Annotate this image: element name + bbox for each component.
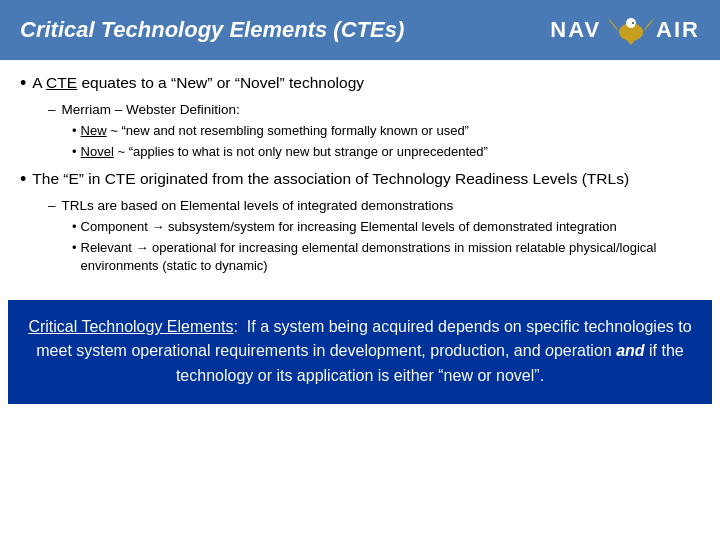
- svg-point-3: [632, 22, 634, 24]
- cte-underline: CTE: [46, 74, 77, 91]
- dash-1: –: [48, 101, 56, 120]
- logo-text2: AIR: [656, 17, 700, 43]
- trl-text: TRLs are based on Elemental levels of in…: [62, 197, 454, 216]
- highlight-box: Critical Technology Elements: If a syste…: [8, 300, 712, 404]
- relevant-item: • Relevant → operational for increasing …: [72, 239, 700, 275]
- navair-eagle-icon: [606, 10, 656, 50]
- relevant-text: Relevant → operational for increasing el…: [81, 239, 700, 275]
- highlight-cte-label: Critical Technology Elements: [28, 318, 233, 335]
- bullet-1-text: A CTE equates to a “New” or “Novel” tech…: [32, 72, 364, 94]
- dash-2: –: [48, 197, 56, 216]
- highlight-text: Critical Technology Elements: If a syste…: [27, 315, 693, 389]
- novel-underline: Novel: [81, 144, 114, 159]
- highlight-and: and: [616, 342, 644, 359]
- novel-text: Novel ~ “applies to what is not only new…: [81, 143, 488, 161]
- sub-sub-bullets-1: • New ~ “new and not resembling somethin…: [72, 122, 700, 161]
- svg-point-2: [626, 18, 636, 28]
- bullet-relevant: •: [72, 239, 77, 257]
- highlight-italic-o: o: [545, 342, 554, 359]
- bullet-1: • A CTE equates to a “New” or “Novel” te…: [20, 72, 700, 95]
- bullet-2: • The “E” in CTE originated from the ass…: [20, 168, 700, 191]
- header: Critical Technology Elements (CTEs) NAV …: [0, 0, 720, 60]
- sub-sub-bullets-2: • Component → subsystem/system for incre…: [72, 218, 700, 276]
- bullet-1-sub: – Merriam – Webster Definition: • New ~ …: [48, 101, 700, 161]
- trl-dash-item: – TRLs are based on Elemental levels of …: [48, 197, 700, 216]
- bullet-component: •: [72, 218, 77, 236]
- new-text: New ~ “new and not resembling something …: [81, 122, 469, 140]
- logo-area: NAV AIR: [550, 10, 700, 50]
- bullet-novel: •: [72, 143, 77, 161]
- component-item: • Component → subsystem/system for incre…: [72, 218, 700, 236]
- novel-item: • Novel ~ “applies to what is not only n…: [72, 143, 700, 161]
- merriam-dash-item: – Merriam – Webster Definition:: [48, 101, 700, 120]
- new-underline: New: [81, 123, 107, 138]
- bullet-dot-1: •: [20, 72, 26, 95]
- component-text: Component → subsystem/system for increas…: [81, 218, 617, 236]
- bullet-2-text: The “E” in CTE originated from the assoc…: [32, 168, 629, 190]
- merriam-text: Merriam – Webster Definition:: [62, 101, 240, 120]
- bullet-dot-2: •: [20, 168, 26, 191]
- logo-text: NAV: [550, 17, 601, 43]
- new-item: • New ~ “new and not resembling somethin…: [72, 122, 700, 140]
- bullet-new: •: [72, 122, 77, 140]
- header-title: Critical Technology Elements (CTEs): [20, 17, 404, 43]
- bullet-2-sub: – TRLs are based on Elemental levels of …: [48, 197, 700, 275]
- content-area: • A CTE equates to a “New” or “Novel” te…: [0, 60, 720, 290]
